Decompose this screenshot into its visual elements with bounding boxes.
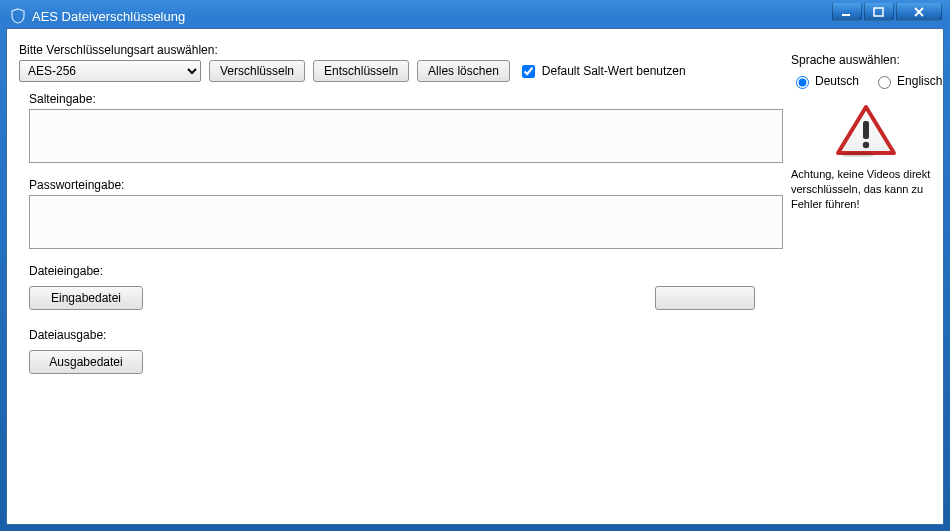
svg-rect-3 — [863, 121, 869, 139]
window-title: AES Dateiverschlüsselung — [32, 9, 185, 24]
lang-de-option[interactable]: Deutsch — [791, 73, 859, 89]
app-window: AES Dateiverschlüsselung Bitte Verschlüs… — [0, 0, 950, 531]
progress-button[interactable] — [655, 286, 755, 310]
algo-prompt: Bitte Verschlüsselungsart auswählen: — [19, 43, 783, 57]
file-out-label: Dateiausgabe: — [29, 328, 783, 342]
lang-de-radio[interactable] — [796, 76, 809, 89]
default-salt-checkbox[interactable] — [522, 65, 535, 78]
maximize-button[interactable] — [864, 3, 894, 21]
top-toolbar: AES-256 Verschlüsseln Entschlüsseln Alle… — [19, 60, 783, 82]
client-area: Bitte Verschlüsselungsart auswählen: AES… — [6, 28, 944, 525]
svg-rect-1 — [874, 8, 883, 16]
salt-group: Salteingabe: — [29, 92, 783, 166]
lang-en-option[interactable]: Englisch — [873, 73, 942, 89]
decrypt-button[interactable]: Entschlüsseln — [313, 60, 409, 82]
file-out-group: Dateiausgabe: Ausgabedatei — [29, 328, 783, 374]
output-file-button[interactable]: Ausgabedatei — [29, 350, 143, 374]
encrypt-button[interactable]: Verschlüsseln — [209, 60, 305, 82]
algo-select[interactable]: AES-256 — [19, 60, 201, 82]
lang-en-label: Englisch — [897, 74, 942, 88]
clear-button[interactable]: Alles löschen — [417, 60, 510, 82]
side-column: Sprache auswählen: Deutsch Englisch — [791, 39, 941, 514]
shield-icon — [10, 8, 26, 24]
file-in-label: Dateieingabe: — [29, 264, 783, 278]
password-input[interactable] — [29, 195, 783, 249]
password-group: Passworteingabe: — [29, 178, 783, 252]
close-button[interactable] — [896, 3, 942, 21]
salt-input[interactable] — [29, 109, 783, 163]
input-file-button[interactable]: Eingabedatei — [29, 286, 143, 310]
lang-en-radio[interactable] — [878, 76, 891, 89]
minimize-button[interactable] — [832, 3, 862, 21]
caption-buttons — [832, 3, 942, 21]
file-in-group: Dateieingabe: Eingabedatei — [29, 264, 783, 310]
default-salt-label: Default Salt-Wert benutzen — [542, 64, 686, 78]
password-label: Passworteingabe: — [29, 178, 783, 192]
svg-point-4 — [863, 142, 869, 148]
warning-text: Achtung, keine Videos direkt verschlüsse… — [791, 167, 941, 212]
main-column: Bitte Verschlüsselungsart auswählen: AES… — [19, 39, 783, 514]
titlebar[interactable]: AES Dateiverschlüsselung — [6, 6, 944, 28]
language-radios: Deutsch Englisch — [791, 73, 941, 89]
svg-rect-0 — [842, 14, 850, 16]
warning-icon — [834, 103, 898, 157]
lang-de-label: Deutsch — [815, 74, 859, 88]
language-label: Sprache auswählen: — [791, 53, 941, 67]
default-salt-wrap: Default Salt-Wert benutzen — [518, 62, 686, 81]
salt-label: Salteingabe: — [29, 92, 783, 106]
